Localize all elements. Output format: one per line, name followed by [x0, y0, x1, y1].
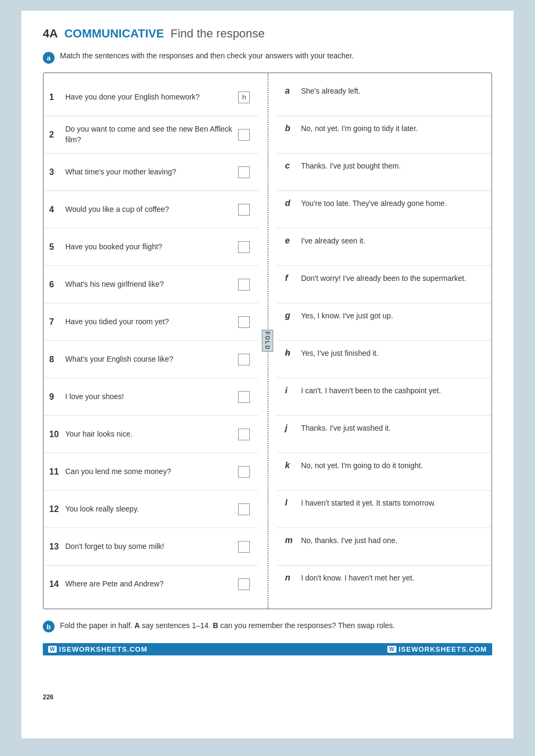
- page: 4A COMMUNICATIVE Find the response a Mat…: [21, 11, 514, 738]
- response-text: Thanks. I've just bought them.: [301, 161, 486, 172]
- response-letter: j: [285, 423, 301, 433]
- response-letter: m: [285, 536, 301, 545]
- response-letter: l: [285, 498, 301, 508]
- response-row: bNo, not yet. I'm going to tidy it later…: [277, 116, 491, 154]
- question-number: 10: [49, 430, 65, 439]
- answer-box[interactable]: [238, 541, 250, 553]
- question-text: Have you booked your flight?: [65, 242, 234, 253]
- response-letter: h: [285, 348, 301, 358]
- answer-box[interactable]: [238, 429, 250, 440]
- question-row: 12You look really sleepy.: [44, 491, 258, 528]
- question-text: Can you lend me some money?: [65, 467, 234, 477]
- answer-box[interactable]: [238, 466, 250, 478]
- question-number: 2: [49, 130, 65, 140]
- response-text: No, not yet. I'm going to do it tonight.: [301, 461, 486, 471]
- badge-a: a: [43, 52, 55, 64]
- fold-label: FOLD: [262, 330, 273, 352]
- question-row: 2Do you want to come and see the new Ben…: [44, 116, 258, 154]
- response-row: hYes, I've just finished it.: [277, 341, 491, 378]
- response-row: cThanks. I've just bought them.: [277, 154, 491, 191]
- question-row: 1Have you done your English homework?h: [44, 79, 258, 116]
- communicative-label: COMMUNICATIVE: [64, 27, 164, 41]
- response-letter: n: [285, 573, 301, 583]
- question-row: 8What's your English course like?: [44, 341, 258, 378]
- question-number: 4: [49, 205, 65, 215]
- response-letter: f: [285, 273, 301, 283]
- question-number: 8: [49, 355, 65, 364]
- question-row: 3What time's your mother leaving?: [44, 154, 258, 191]
- question-row: 5Have you booked your flight?: [44, 228, 258, 266]
- question-row: 14Where are Pete and Andrew?: [44, 566, 258, 603]
- response-row: iI can't. I haven't been to the cashpoin…: [277, 378, 491, 416]
- question-text: Where are Pete and Andrew?: [65, 579, 234, 590]
- response-letter: i: [285, 386, 301, 395]
- response-text: Don't worry! I've already been to the su…: [301, 273, 486, 284]
- response-text: You're too late. They've already gone ho…: [301, 198, 486, 209]
- main-table: 1Have you done your English homework?h2D…: [43, 72, 492, 609]
- instruction-b-block: b Fold the paper in half. A say sentence…: [43, 620, 492, 632]
- response-text: No, thanks. I've just had one.: [301, 536, 486, 546]
- answer-box[interactable]: [238, 354, 250, 365]
- instruction-b-text: Fold the paper in half. A say sentences …: [60, 620, 395, 631]
- response-text: I don't know. I haven't met her yet.: [301, 573, 486, 584]
- answer-box[interactable]: [238, 503, 250, 515]
- question-text: Have you done your English homework?: [65, 92, 234, 103]
- question-text: Do you want to come and see the new Ben …: [65, 124, 234, 145]
- response-text: Thanks. I've just washed it.: [301, 423, 486, 434]
- watermark-right: W ISEWORKSHEETS.COM: [387, 645, 487, 653]
- answer-box[interactable]: [238, 316, 250, 328]
- question-text: I love your shoes!: [65, 392, 234, 402]
- question-text: Have you tidied your room yet?: [65, 317, 234, 327]
- response-row: nI don't know. I haven't met her yet.: [277, 566, 491, 603]
- question-number: 6: [49, 280, 65, 289]
- instruction-a-block: a Match the sentences with the responses…: [43, 51, 492, 64]
- response-text: Yes, I know. I've just got up.: [301, 311, 486, 322]
- response-text: Yes, I've just finished it.: [301, 348, 486, 359]
- section-label: 4A: [43, 27, 58, 41]
- response-letter: g: [285, 311, 301, 320]
- response-text: I can't. I haven't been to the cashpoint…: [301, 386, 486, 396]
- watermark-left: W ISEWORKSHEETS.COM: [48, 645, 148, 653]
- badge-b: b: [43, 621, 55, 632]
- question-text: Would you like a cup of coffee?: [65, 204, 234, 215]
- response-row: gYes, I know. I've just got up.: [277, 303, 491, 341]
- answer-box[interactable]: [238, 129, 250, 141]
- answer-box[interactable]: [238, 391, 250, 403]
- answer-box[interactable]: [238, 166, 250, 178]
- response-row: fDon't worry! I've already been to the s…: [277, 266, 491, 303]
- answer-box[interactable]: h: [238, 91, 250, 103]
- question-row: 10Your hair looks nice.: [44, 416, 258, 453]
- answer-box[interactable]: [238, 279, 250, 291]
- response-row: aShe's already left.: [277, 79, 491, 116]
- response-letter: c: [285, 161, 301, 171]
- response-row: mNo, thanks. I've just had one.: [277, 528, 491, 566]
- response-row: lI haven't started it yet. It starts tom…: [277, 491, 491, 528]
- question-text: What's your English course like?: [65, 354, 234, 365]
- answer-box[interactable]: [238, 241, 250, 253]
- response-text: No, not yet. I'm going to tidy it later.: [301, 124, 486, 134]
- question-text: What's his new girlfriend like?: [65, 279, 234, 290]
- question-number: 11: [49, 467, 65, 477]
- response-row: eI've already seen it.: [277, 228, 491, 266]
- question-number: 9: [49, 392, 65, 402]
- instruction-a-text: Match the sentences with the responses a…: [60, 51, 354, 60]
- question-number: 1: [49, 93, 65, 102]
- question-row: 4Would you like a cup of coffee?: [44, 191, 258, 228]
- question-text: Don't forget to buy some milk!: [65, 541, 234, 552]
- question-number: 7: [49, 317, 65, 327]
- watermark-icon-left: W: [48, 646, 57, 653]
- question-text: Your hair looks nice.: [65, 429, 234, 440]
- page-header: 4A COMMUNICATIVE Find the response: [43, 27, 492, 41]
- question-text: You look really sleepy.: [65, 504, 234, 515]
- question-number: 5: [49, 242, 65, 252]
- question-row: 9I love your shoes!: [44, 378, 258, 416]
- question-row: 7Have you tidied your room yet?: [44, 303, 258, 341]
- question-row: 13Don't forget to buy some milk!: [44, 528, 258, 566]
- question-text: What time's your mother leaving?: [65, 167, 234, 178]
- subtitle-label: Find the response: [171, 27, 265, 41]
- answer-box[interactable]: [238, 578, 250, 590]
- watermark-icon-right: W: [387, 646, 396, 653]
- answer-box[interactable]: [238, 204, 250, 216]
- response-letter: b: [285, 124, 301, 133]
- questions-column: 1Have you done your English homework?h2D…: [44, 73, 258, 608]
